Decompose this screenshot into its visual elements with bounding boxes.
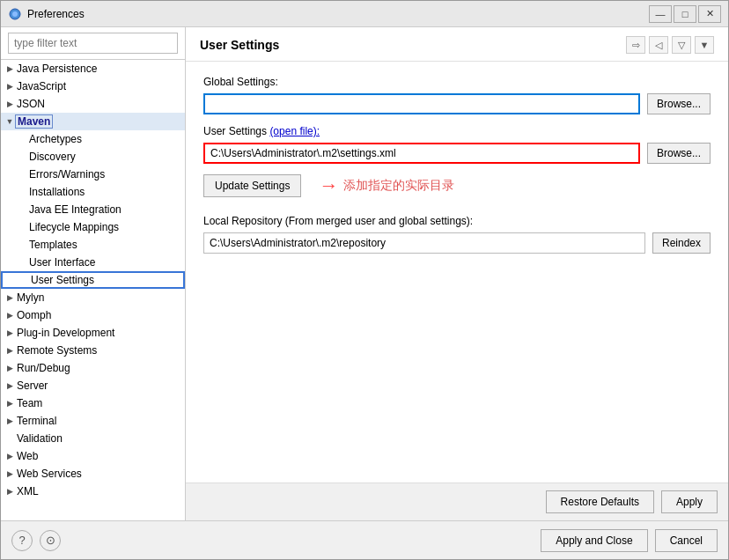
expand-arrow: ▶ (4, 81, 15, 92)
close-button[interactable]: ✕ (698, 5, 721, 23)
nav-forward-button[interactable]: ⇨ (626, 36, 645, 54)
expand-arrow: ▼ (4, 116, 15, 127)
expand-arrow: ▶ (4, 63, 15, 74)
user-settings-input[interactable] (203, 143, 640, 164)
sidebar: ▶ Java Persistence ▶ JavaScript ▶ JSON ▼… (1, 27, 186, 520)
sidebar-item-label: Web Services (15, 468, 82, 480)
title-bar: Preferences — □ ✕ (1, 1, 728, 27)
global-settings-label: Global Settings: (203, 76, 711, 88)
sidebar-item-user-settings[interactable]: User Settings (1, 271, 185, 289)
sidebar-item-label: Mylyn (15, 291, 44, 304)
sidebar-item-mylyn[interactable]: ▶ Mylyn (1, 289, 185, 306)
sidebar-item-maven[interactable]: ▼ Maven (1, 113, 185, 130)
apply-and-close-button[interactable]: Apply and Close (541, 529, 647, 552)
arrow-icon: → (319, 174, 338, 197)
nav-menu-button[interactable]: ▼ (695, 36, 714, 54)
expand-arrow: ▶ (4, 468, 15, 479)
window-title: Preferences (27, 8, 649, 20)
sidebar-item-web-services[interactable]: ▶ Web Services (1, 465, 185, 483)
sidebar-item-label: Oomph (15, 309, 51, 321)
panel-header: User Settings ⇨ ◁ ▽ ▼ (186, 27, 728, 62)
sidebar-item-archetypes[interactable]: Archetypes (1, 130, 185, 148)
sidebar-item-javascript[interactable]: ▶ JavaScript (1, 77, 185, 95)
sidebar-item-label: JavaScript (15, 80, 66, 92)
sidebar-item-label: Errors/Warnings (27, 168, 105, 181)
sidebar-item-xml[interactable]: ▶ XML (1, 483, 185, 500)
panel-title: User Settings (200, 38, 279, 52)
sidebar-item-label: XML (15, 485, 39, 497)
sidebar-item-label: Java EE Integration (27, 203, 122, 216)
sidebar-item-label: Team (15, 397, 42, 409)
svg-point-1 (12, 11, 18, 17)
global-settings-row: Browse... (203, 93, 711, 114)
bottom-right-actions: Apply and Close Cancel (541, 529, 718, 552)
settings-icon-button[interactable]: ⊙ (40, 530, 61, 551)
help-button[interactable]: ? (11, 530, 33, 551)
sidebar-item-oomph[interactable]: ▶ Oomph (1, 306, 185, 324)
sidebar-item-validation[interactable]: Validation (1, 430, 185, 447)
sidebar-item-label: User Settings (29, 274, 94, 286)
sidebar-item-server[interactable]: ▶ Server (1, 377, 185, 394)
apply-button[interactable]: Apply (661, 490, 718, 513)
local-repo-input[interactable] (203, 232, 645, 254)
tree-container: ▶ Java Persistence ▶ JavaScript ▶ JSON ▼… (1, 60, 185, 520)
annotation-text: 添加指定的实际目录 (343, 178, 454, 194)
sidebar-item-discovery[interactable]: Discovery (1, 148, 185, 166)
window-icon (8, 7, 22, 21)
maximize-button[interactable]: □ (674, 5, 696, 23)
sidebar-item-installations[interactable]: Installations (1, 183, 185, 201)
global-settings-input[interactable] (203, 93, 640, 114)
sidebar-item-java-ee[interactable]: Java EE Integration (1, 201, 185, 218)
expand-arrow: ▶ (4, 328, 15, 338)
sidebar-item-label: Terminal (15, 415, 56, 427)
sidebar-item-web[interactable]: ▶ Web (1, 447, 185, 465)
sidebar-item-label: Plug-in Development (15, 327, 114, 339)
main-content: ▶ Java Persistence ▶ JavaScript ▶ JSON ▼… (1, 27, 728, 520)
window-controls: — □ ✕ (649, 5, 721, 23)
sidebar-item-label: User Interface (27, 256, 95, 269)
sidebar-item-terminal[interactable]: ▶ Terminal (1, 412, 185, 430)
sidebar-item-label: Remote Systems (15, 344, 97, 357)
search-box (1, 27, 185, 60)
nav-next-button[interactable]: ▽ (672, 36, 691, 54)
sidebar-item-templates[interactable]: Templates (1, 236, 185, 254)
user-settings-browse-button[interactable]: Browse... (647, 143, 711, 164)
update-row: Update Settings → 添加指定的实际目录 (203, 174, 711, 197)
sidebar-item-run-debug[interactable]: ▶ Run/Debug (1, 359, 185, 377)
preferences-window: Preferences — □ ✕ ▶ Java Persistence ▶ (0, 0, 729, 560)
sidebar-item-label: Web (15, 450, 38, 462)
sidebar-item-label: Installations (27, 186, 85, 198)
expand-arrow: ▶ (4, 345, 15, 356)
sidebar-item-plugin-dev[interactable]: ▶ Plug-in Development (1, 324, 185, 342)
right-panel: User Settings ⇨ ◁ ▽ ▼ Global Settings: B… (186, 27, 728, 520)
sidebar-item-label: Archetypes (27, 133, 82, 145)
minimize-button[interactable]: — (649, 5, 672, 23)
sidebar-item-label: Maven (15, 114, 53, 129)
nav-back-button[interactable]: ◁ (649, 36, 668, 54)
search-input[interactable] (8, 33, 178, 54)
restore-defaults-button[interactable]: Restore Defaults (546, 490, 654, 513)
sidebar-item-json[interactable]: ▶ JSON (1, 95, 185, 113)
sidebar-item-label: Lifecycle Mappings (27, 221, 119, 233)
user-settings-row: Browse... (203, 143, 711, 164)
open-file-link[interactable]: (open file): (269, 125, 320, 137)
local-repo-label: Local Repository (From merged user and g… (203, 215, 711, 227)
sidebar-item-errors-warnings[interactable]: Errors/Warnings (1, 166, 185, 183)
global-settings-browse-button[interactable]: Browse... (647, 93, 711, 114)
sidebar-item-remote-systems[interactable]: ▶ Remote Systems (1, 342, 185, 359)
sidebar-item-java-persistence[interactable]: ▶ Java Persistence (1, 60, 185, 77)
expand-arrow: ▶ (4, 99, 15, 109)
sidebar-item-lifecycle[interactable]: Lifecycle Mappings (1, 218, 185, 236)
sidebar-item-label: Templates (27, 239, 77, 251)
cancel-button[interactable]: Cancel (655, 529, 718, 552)
sidebar-item-user-interface[interactable]: User Interface (1, 254, 185, 271)
reindex-button[interactable]: Reindex (652, 232, 711, 254)
update-settings-button[interactable]: Update Settings (203, 174, 301, 197)
expand-arrow: ▶ (4, 416, 15, 426)
expand-arrow: ▶ (4, 310, 15, 321)
sidebar-item-label: JSON (15, 98, 45, 110)
expand-arrow: ▶ (4, 451, 15, 461)
sidebar-item-team[interactable]: ▶ Team (1, 394, 185, 412)
dialog-bottom-bar: ? ⊙ Apply and Close Cancel (1, 520, 728, 559)
sidebar-item-label: Discovery (27, 151, 76, 163)
